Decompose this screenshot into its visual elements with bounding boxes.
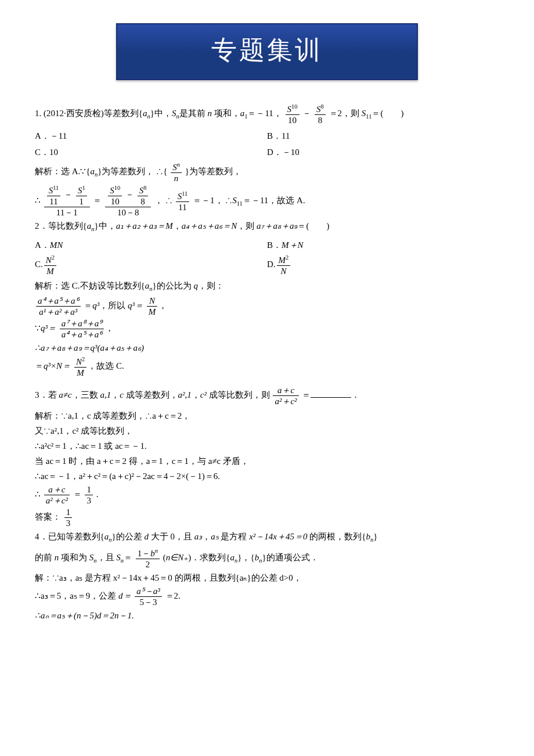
q1s2-mid3: ＝－1， ∴	[193, 196, 232, 205]
q2-choice-c: C.N2M	[35, 254, 267, 276]
q1-sol-1: 解析：选 A.∵{an}为等差数列， ∴{ Snn }为等差数列，	[35, 161, 499, 183]
q4-t: 的两根，数列{	[307, 532, 366, 541]
q1s-mid1: }为等差数列， ∴{	[98, 167, 167, 177]
q4l2-m: 项和为	[59, 553, 89, 562]
q2-sol-4: ∴a₇＋a₈＋a₉＝q³(a₄＋a₅＋a₆)	[35, 341, 499, 355]
q4l2-nb: b	[150, 549, 155, 558]
q4-bn: b	[366, 532, 370, 541]
q2-p2: a₄＋a₅＋a₆＝N	[182, 221, 237, 231]
q2-c1: ，	[173, 221, 182, 231]
q1s2-mid2: ， ∴	[154, 196, 172, 205]
q2-p3: a₇＋a₈＋a₉	[257, 221, 298, 231]
banner-title: 专题集训	[116, 23, 418, 80]
q2-sol-5: ＝q³×N＝ N2M，故选 C.	[35, 356, 499, 378]
q1s2-f4b: 8	[138, 196, 149, 207]
question-4: 4．已知等差数列{an}的公差 d 大于 0，且 a₃，a₅ 是方程 x²－14…	[35, 530, 499, 545]
q1s2-f3a: S	[110, 186, 114, 195]
q4l2-sn2: S	[116, 553, 121, 562]
q3-sol-5: ∴ac＝－1，a²＋c²＝(a＋c)²－2ac＝4－2×(－1)＝6.	[35, 469, 499, 483]
q1s2-a: ∴	[35, 196, 41, 205]
q4l2-t3: }的通项公式．	[262, 553, 318, 562]
q1s2-f1as: 11	[53, 185, 59, 191]
q4l2-d: 2	[136, 559, 160, 570]
q2s2-fn: N	[147, 296, 158, 307]
q3-m3: 成等比数列，则	[207, 390, 270, 399]
q1-nword: n	[207, 109, 212, 118]
question-2: 2．等比数列{an}中，a₁＋a₂＋a₃＝M，a₄＋a₅＋a₆＝N，则 a₇＋a…	[35, 219, 499, 235]
q4s2-d: d＝	[118, 591, 132, 600]
q1s-an: a	[91, 167, 95, 177]
q4-cm: ，	[202, 532, 211, 541]
q2s5-tail: ，故选 C.	[88, 361, 124, 370]
q2d-d: N	[277, 266, 291, 276]
q1s-frac: Snn	[171, 161, 182, 183]
q4-eq: x²－14x＋45＝0	[249, 532, 307, 541]
q2s-mid1: }的公比为	[152, 281, 193, 290]
q4l2-pre: 的前	[35, 553, 55, 562]
q1s2-big1: S1111 － S11 11－1	[44, 185, 90, 218]
q1s2-f1b: 11	[47, 196, 61, 207]
q2-sol-2: a⁴＋a⁵＋a⁶a¹＋a²＋a³ ＝q³，所以 q³＝ NM，	[35, 296, 499, 317]
q2b-l: B．	[267, 240, 282, 250]
q2c-n: N	[46, 255, 52, 265]
q4-t2: }	[373, 532, 377, 541]
q2-p1: a₁＋a₂＋a₃＝M	[116, 221, 173, 231]
q3-sol-3: ∴a²c²＝1，∴ac＝1 或 ac＝－1.	[35, 439, 499, 453]
q1s2-d2: 10－8	[105, 207, 151, 218]
q2s2-d: a¹＋a²＋a³	[36, 307, 81, 317]
q1-text: 1. (2012·西安质检)等差数列{	[35, 109, 143, 118]
q1-frac2: S88	[315, 103, 326, 125]
q1-minus: －	[302, 109, 311, 118]
q2c-d: M	[44, 266, 56, 276]
q1s-fsup: n	[177, 161, 180, 168]
q1s-fd: n	[171, 173, 182, 183]
q1-eq1: ＝－11，	[247, 109, 282, 118]
q3-c2: a,1，c	[100, 390, 123, 399]
q2s3-q3: q³＝	[41, 323, 56, 333]
q4-sol-3: ∴aₙ＝a₅＋(n－5)d＝2n－1.	[35, 609, 499, 622]
q2s-tail1: ，则：	[198, 281, 224, 290]
q4s2-pre: ∴a₃＝5，a₅＝9，公差	[35, 591, 118, 600]
q1-f1sup: 10	[291, 103, 298, 110]
q1-S11-sub: 11	[366, 114, 371, 120]
q1s2-f5: S1111	[176, 190, 190, 213]
q2s5-q3n: q³×N＝	[44, 361, 71, 370]
q2-c2: ，则	[237, 221, 257, 231]
q2d-ns: 2	[286, 254, 288, 261]
q2s3-tail: ，	[105, 323, 114, 333]
q4-pre: 4．已知等差数列{	[35, 532, 104, 541]
q1s2-f5s: 11	[182, 190, 187, 197]
q2-mid1: }中，	[94, 221, 116, 231]
q1s2-m2: －	[125, 190, 134, 200]
q1-choice-b: B．11	[267, 129, 499, 143]
q4l2-t2: }，{	[237, 553, 254, 562]
q4-line2: 的前 n 项和为 Sn，且 Sn＝ 1－bn2 (n∈N₊)．求数列{an}，{…	[35, 548, 499, 570]
q2d-l: D.	[267, 260, 276, 269]
q3-sol-1: 解析：∵a,1，c 成等差数列，∴a＋c＝2，	[35, 409, 499, 423]
q4-d: d	[144, 532, 149, 541]
q2s5-n: N	[76, 357, 82, 366]
q3-eq: ＝	[302, 390, 311, 399]
q3s6-rd: 3	[85, 495, 93, 506]
q4-a3: a₃	[194, 532, 203, 541]
q1-f2sup: 8	[321, 103, 324, 110]
q4-m: }的公差	[111, 532, 144, 541]
q3-answer: 答案： 13	[35, 507, 499, 528]
q1-f2n: S	[316, 105, 321, 114]
q4l2-np: 1－	[138, 549, 151, 558]
q3-m2: 成等差数列，	[124, 390, 178, 399]
q1-choice-c: C．10	[35, 145, 267, 159]
q3s6-eq: ＝	[73, 489, 82, 499]
q1s2-d1: 11－1	[44, 207, 90, 218]
q2s3-d: a⁴＋a⁵＋a⁶	[60, 329, 104, 340]
q2-tail: ＝( )	[297, 221, 329, 231]
q1s2-f5d: 11	[176, 202, 190, 213]
q3-fd: a²＋c²	[273, 396, 298, 406]
q2s-pre: 解析：选 C.不妨设等比数列{	[35, 281, 145, 290]
q2s2-q3b: q³＝	[128, 301, 143, 310]
q3-m1: ，三数	[72, 390, 100, 399]
q4l2-m2: ，且	[97, 553, 117, 562]
q1s-tail1: }为等差数列，	[185, 167, 241, 177]
q1-f2d: 8	[315, 115, 326, 125]
q2s2-q3: q³	[92, 301, 99, 310]
